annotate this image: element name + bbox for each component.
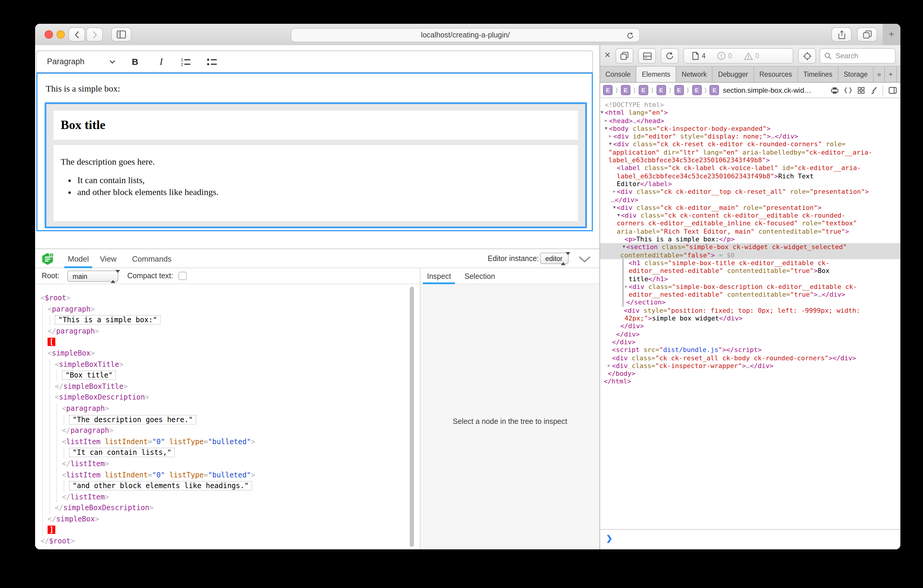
model-tree-line[interactable]: <paragraph> [35, 403, 414, 414]
breadcrumb-element-badge[interactable]: E [710, 85, 719, 95]
model-tree-line[interactable]: </simpleBoxTitle> [35, 381, 414, 392]
code-line[interactable]: ▼<section class="simple-box ck-widget ck… [600, 243, 900, 251]
breadcrumb-element-badge[interactable]: E [692, 85, 701, 95]
code-line[interactable]: <div class="ck ck-reset_all ck-body ck-r… [600, 354, 900, 362]
detail-tab-selection[interactable]: Selection [465, 268, 495, 284]
code-line[interactable]: ▶<head>…</head> [600, 117, 900, 125]
model-tree-line[interactable]: </simpleBoxDescription> [35, 503, 414, 514]
inspector-tab-commands[interactable]: Commands [132, 249, 172, 268]
url-field[interactable]: localhost/creating-a-plugin/ [291, 28, 640, 42]
devtools-search-field[interactable]: Search [820, 48, 896, 64]
model-tree-line[interactable]: </paragraph> [35, 326, 414, 337]
duplicate-button[interactable] [616, 48, 633, 64]
code-line[interactable]: 42px;">simple box widget</div> [600, 315, 900, 322]
forward-button[interactable] [86, 27, 103, 42]
code-line[interactable]: <label class="ck ck-label ck-voice-label… [600, 164, 900, 172]
breadcrumb-element-badge[interactable]: E [656, 85, 666, 95]
numbered-list-button[interactable]: 12 [181, 57, 194, 66]
collapse-inspector-icon[interactable] [578, 256, 591, 263]
code-line[interactable]: title</h1> [600, 275, 900, 283]
model-tree-line[interactable]: "and other block elements like headings.… [35, 480, 414, 491]
model-tree-line[interactable]: <listItem listIndent="0" listType="bulle… [35, 470, 414, 480]
code-line[interactable]: contenteditable="false"> = $0 [600, 251, 900, 259]
breadcrumb-element-badge[interactable]: E [603, 85, 613, 95]
tree-scrollbar[interactable] [410, 287, 414, 547]
back-button[interactable] [68, 27, 85, 42]
paragraph-dropdown[interactable]: Paragraph [47, 57, 115, 66]
code-line[interactable]: ▼<div class="ck ck-content ck-editor__ed… [600, 212, 900, 220]
code-line[interactable]: ▶<div class="ck ck-editor__top ck-reset_… [600, 188, 900, 196]
model-tree-line[interactable]: </paragraph> [35, 425, 414, 436]
devtools-tab-[interactable]: ⚙ [897, 67, 900, 82]
code-line[interactable]: </body> [600, 370, 900, 378]
root-select[interactable]: main [67, 271, 118, 282]
code-line[interactable]: label_e63cbbfece34c53ce23501062343f49b8"… [600, 156, 900, 164]
model-tree-line[interactable]: ] [35, 525, 414, 536]
italic-button[interactable]: I [154, 56, 168, 67]
simple-box-description[interactable]: The description goes here. It can contai… [54, 145, 578, 221]
model-tree-line[interactable]: <listItem listIndent="0" listType="bulle… [35, 436, 414, 447]
code-line[interactable]: …</div> [600, 196, 900, 204]
code-line[interactable]: </div> [600, 322, 900, 330]
compact-text-checkbox[interactable] [178, 272, 187, 280]
code-line[interactable]: <div style="position: fixed; top: 0px; l… [600, 307, 900, 315]
code-line[interactable]: ▼<html lang="en"> [600, 109, 900, 117]
model-tree-line[interactable]: <$root> [35, 292, 414, 304]
breadcrumb-element-badge[interactable]: E [674, 85, 684, 95]
code-line[interactable]: editor__nested-editable" contenteditable… [600, 291, 900, 299]
model-tree-line[interactable]: "Box title" [35, 370, 414, 381]
model-tree-line[interactable]: "This is a simple box:" [35, 315, 414, 325]
model-tree-line[interactable]: </listItem> [35, 491, 414, 503]
model-tree-line[interactable]: </listItem> [35, 458, 414, 470]
editor-instance-select[interactable]: editor [540, 253, 568, 264]
model-tree-line[interactable]: <simpleBox> [35, 348, 414, 359]
code-line[interactable]: <!DOCTYPE html> [600, 101, 900, 109]
code-line[interactable]: aria-label="Rich Text Editor, main" cont… [600, 228, 900, 236]
bulleted-list-button[interactable] [207, 57, 220, 66]
new-tab-button[interactable]: + [882, 24, 900, 45]
inspector-tab-model[interactable]: Model [68, 249, 89, 268]
tab-overview-button[interactable] [857, 27, 877, 42]
devtools-tab-[interactable]: » [874, 67, 885, 82]
minimize-window-button[interactable] [56, 30, 65, 39]
bold-button[interactable]: B [128, 56, 141, 67]
issues-summary[interactable]: 4 0 0 [683, 48, 793, 64]
paintbrush-icon[interactable] [870, 87, 877, 94]
detail-tab-inspect[interactable]: Inspect [427, 268, 451, 284]
sidebar-button[interactable] [111, 27, 131, 42]
model-tree-line[interactable]: "The description goes here." [35, 414, 414, 425]
devtools-tab-console[interactable]: Console [600, 67, 636, 82]
model-tree-line[interactable]: [ [35, 337, 414, 348]
code-line[interactable]: ▼<div class="ck ck-reset ck-editor ck-ro… [600, 141, 900, 149]
devtools-tab-storage[interactable]: Storage [838, 67, 874, 82]
model-tree-line[interactable]: <paragraph> [35, 304, 414, 315]
model-tree-line[interactable]: <simpleBoxTitle> [35, 359, 414, 370]
code-line[interactable]: ▶<div class="ck-inspector-wrapper">…</di… [600, 362, 900, 370]
editor-editable-area[interactable]: This is a simple box: Box title The desc… [36, 72, 593, 231]
print-icon[interactable] [831, 87, 839, 94]
code-line[interactable]: </section> [600, 299, 900, 307]
code-line[interactable]: </div> [600, 330, 900, 338]
devtools-tab-elements[interactable]: Elements [636, 67, 676, 82]
share-button[interactable] [831, 27, 852, 42]
devtools-reload-button[interactable] [661, 48, 678, 64]
devtools-tab-[interactable]: + [885, 67, 897, 82]
breadcrumb-element-badge[interactable]: E [621, 85, 631, 95]
model-tree-line[interactable]: "It can contain lists," [35, 447, 414, 458]
code-line[interactable]: </html> [600, 378, 900, 386]
model-tree-line[interactable]: <simpleBoxDescription> [35, 392, 414, 403]
simple-box-title[interactable]: Box title [54, 110, 578, 140]
model-tree-line[interactable]: </simpleBox> [35, 514, 414, 525]
inspector-tab-view[interactable]: View [100, 249, 117, 268]
breadcrumb-selected-node[interactable]: section.simple-box.ck-wid… [723, 86, 811, 94]
code-line[interactable]: corners ck-editor__editable_inline ck-fo… [600, 220, 900, 228]
grid-icon[interactable] [857, 87, 865, 94]
code-line[interactable]: <script src="dist/bundle.js"></script> [600, 346, 900, 354]
model-tree-line[interactable]: </$root> [35, 536, 414, 547]
devtools-tab-timelines[interactable]: Timelines [798, 67, 839, 82]
close-window-button[interactable] [44, 30, 53, 39]
element-picker-button[interactable] [798, 48, 816, 64]
code-line[interactable]: ▶<div id="editor" style="display: none;"… [600, 133, 900, 141]
devtools-tab-resources[interactable]: Resources [754, 67, 798, 82]
code-brackets-icon[interactable] [844, 87, 852, 94]
